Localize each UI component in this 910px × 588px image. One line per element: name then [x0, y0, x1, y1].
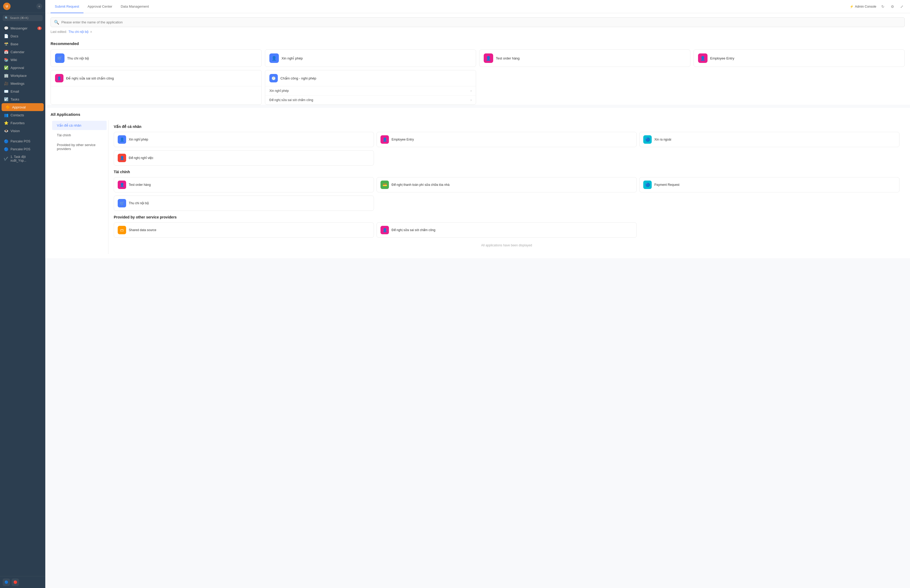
refresh-button[interactable]: ↻: [880, 4, 886, 10]
sidebar-item-tasks[interactable]: ☑️ Tasks: [0, 95, 45, 103]
payment-request-icon: 🔵: [643, 181, 652, 189]
card-employee-entry-sm[interactable]: 👤 Employee Entry: [377, 132, 637, 147]
card-xin-nghi-sm[interactable]: 👤 Xin nghỉ phép: [114, 132, 374, 147]
meetings-icon: 🎥: [4, 81, 8, 86]
search-bar-icon: 🔍: [54, 20, 59, 25]
de-nghi-thanh-toan-icon: 💳: [380, 181, 389, 189]
sidebar-item-approval-active[interactable]: 🔶 Approval: [2, 103, 44, 111]
settings-button[interactable]: ⚙: [889, 4, 895, 10]
card-thu-chi[interactable]: 🛒 Thu chi nội bộ: [50, 50, 262, 67]
tab-submit-request[interactable]: Submit Request: [50, 0, 84, 13]
sidebar-item-approval[interactable]: ✅ Approval: [0, 64, 45, 72]
all-apps-title: All Applications: [50, 112, 905, 116]
calendar-icon: 📅: [4, 50, 8, 54]
sidebar-item-wiki[interactable]: 📚 Wiki: [0, 56, 45, 64]
recommended-grid: 🛒 Thu chi nội bộ 👤 Xin nghỉ phép 👤 Test …: [50, 50, 905, 105]
admin-console-button[interactable]: ⚡ Admin Console: [850, 5, 876, 8]
de-nghi-icon: 👤: [55, 74, 63, 82]
admin-icon: ⚡: [850, 5, 853, 8]
card-employee-entry[interactable]: 👤 Employee Entry: [693, 50, 905, 67]
card-de-nghi-expanded[interactable]: 👤 Đề nghị sửa sai sót chấm công: [50, 70, 262, 105]
card-shared-data[interactable]: 🗃 Shared data source: [114, 222, 374, 237]
sidebar-nav: 💬 Messenger 6 📄 Docs 🗃️ Base 📅 Calendar …: [0, 23, 45, 576]
last-edited-link[interactable]: Thu chi nội bộ: [68, 30, 89, 34]
sidebar-item-pancake1[interactable]: 🔵 Pancake POS: [0, 137, 45, 145]
other-row1: 🗃 Shared data source 👤 Đề nghị sửa sai s…: [114, 222, 899, 237]
sidebar-cat-other[interactable]: Provided by other service providers: [52, 140, 107, 153]
sidebar-item-workplace[interactable]: 🏢 Workplace: [0, 72, 45, 79]
card-xin-ra-ngoai[interactable]: 🔵 Xin ra ngoài: [639, 132, 899, 147]
de-nghi-sua-sai-icon: 👤: [380, 226, 389, 234]
de-nghi-header: 👤 Đề nghị sửa sai sót chấm công: [51, 70, 262, 86]
sidebar-cat-van-de[interactable]: Vấn đề cá nhân: [52, 121, 107, 130]
group-item-xin-nghi[interactable]: Xin nghỉ phép ›: [265, 86, 476, 95]
sidebar-item-messenger[interactable]: 💬 Messenger 6: [0, 24, 45, 32]
header-right: ⚡ Admin Console ↻ ⚙ ⤢: [850, 4, 905, 10]
all-apps-main: Vấn đề cá nhân 👤 Xin nghỉ phép 👤 Employe…: [108, 120, 905, 254]
avatar: U: [3, 3, 11, 10]
sidebar-item-email[interactable]: ✉️ Email: [0, 87, 45, 95]
task1-icon: ✔️: [4, 157, 8, 161]
all-apps-layout: Vấn đề cá nhân Tài chính Provided by oth…: [50, 120, 905, 254]
sidebar-item-pancake2[interactable]: 🔵 Pancake POS: [0, 145, 45, 153]
search-container: 🔍: [45, 13, 910, 27]
employee-entry-icon: 👤: [698, 53, 708, 63]
test-order-icon: 👤: [484, 53, 493, 63]
card-cham-cong-group: 🕐 Chấm công - nghi phép Xin nghỉ phép › …: [265, 70, 476, 105]
xin-ra-ngoai-name: Xin ra ngoài: [654, 138, 671, 141]
test-order-sm-name: Test order hàng: [129, 183, 150, 187]
employee-entry-sm-name: Employee Entry: [391, 138, 414, 141]
header-tabs: Submit Request Approval Center Data Mana…: [50, 0, 153, 13]
search-icon: 🔍: [5, 16, 8, 20]
sidebar-bottom: 🔵 🔴: [0, 576, 45, 588]
sidebar-item-docs[interactable]: 📄 Docs: [0, 32, 45, 40]
tab-approval-center[interactable]: Approval Center: [84, 0, 116, 13]
sidebar-item-task1[interactable]: ✔️ 1. Task đột xuất_Ysp...: [0, 153, 45, 164]
xin-nghi-icon: 👤: [269, 53, 279, 63]
docs-icon: 📄: [4, 34, 8, 38]
card-test-order-sm[interactable]: 👤 Test order hàng: [114, 177, 374, 192]
header: Submit Request Approval Center Data Mana…: [45, 0, 910, 13]
group-item-de-nghi[interactable]: Đề nghị sửa sai sót chấm công ›: [265, 95, 476, 105]
sidebar-search[interactable]: 🔍 Search (⌘+K): [3, 15, 43, 21]
last-edited-bar: Last edited: Thu chi nội bộ ×: [45, 27, 910, 37]
all-apps-sidebar: Vấn đề cá nhân Tài chính Provided by oth…: [50, 120, 108, 254]
de-nghi-sua-sai-name: Đề nghị sửa sai sót chấm công: [391, 228, 435, 232]
card-xin-nghi[interactable]: 👤 Xin nghỉ phép: [265, 50, 476, 67]
recommended-title: Recommended: [50, 41, 905, 46]
employee-entry-name: Employee Entry: [710, 57, 734, 60]
card-payment-request[interactable]: 🔵 Payment Request: [639, 177, 899, 192]
tab-data-management[interactable]: Data Management: [116, 0, 153, 13]
pancake1-icon: 🔵: [4, 139, 8, 144]
van-de-row1: 👤 Xin nghỉ phép 👤 Employee Entry 🔵 Xin r…: [114, 132, 899, 147]
thu-chi-name: Thu chi nội bộ: [67, 57, 89, 60]
sidebar-cat-tai-chinh[interactable]: Tài chính: [52, 131, 107, 140]
bottom-icon-2[interactable]: 🔴: [11, 578, 19, 586]
last-edited-close[interactable]: ×: [90, 30, 92, 34]
sidebar-item-meetings[interactable]: 🎥 Meetings: [0, 79, 45, 87]
test-order-name: Test order hàng: [496, 57, 519, 60]
expand-button[interactable]: ⤢: [899, 4, 905, 10]
bottom-icon-1[interactable]: 🔵: [3, 578, 10, 586]
card-thu-chi-sm[interactable]: 🛒 Thu chi nội bộ: [114, 195, 374, 211]
payment-request-name: Payment Request: [654, 183, 679, 187]
cat-title-tai-chinh: Tài chính: [114, 170, 899, 174]
email-icon: ✉️: [4, 89, 8, 94]
card-de-nghi-thanh-toan[interactable]: 💳 Đề nghị thanh toán phí sửa chữa tòa nh…: [377, 177, 637, 192]
xin-nghi-name: Xin nghỉ phép: [281, 57, 303, 60]
search-bar[interactable]: 🔍: [50, 17, 905, 27]
search-label: Search (⌘+K): [10, 16, 28, 20]
chevron-icon-1: ›: [470, 89, 472, 93]
sidebar-item-vision[interactable]: 👁️ Vision: [0, 127, 45, 135]
card-test-order[interactable]: 👤 Test order hàng: [479, 50, 690, 67]
sidebar-item-calendar[interactable]: 📅 Calendar: [0, 48, 45, 56]
sidebar-item-contacts[interactable]: 👥 Contacts: [0, 111, 45, 119]
recommended-section: Recommended 🛒 Thu chi nội bộ 👤 Xin nghỉ …: [45, 37, 910, 105]
sidebar-item-base[interactable]: 🗃️ Base: [0, 40, 45, 48]
card-de-nghi-nghi-viec[interactable]: 👤 Đề nghị nghỉ việc: [114, 150, 374, 166]
thu-chi-icon: 🛒: [55, 53, 65, 63]
sidebar-item-favorites[interactable]: ⭐ Favorites: [0, 119, 45, 127]
add-icon[interactable]: +: [36, 3, 42, 9]
search-input[interactable]: [61, 20, 901, 24]
card-de-nghi-sua-sai[interactable]: 👤 Đề nghị sửa sai sót chấm công: [377, 222, 637, 237]
